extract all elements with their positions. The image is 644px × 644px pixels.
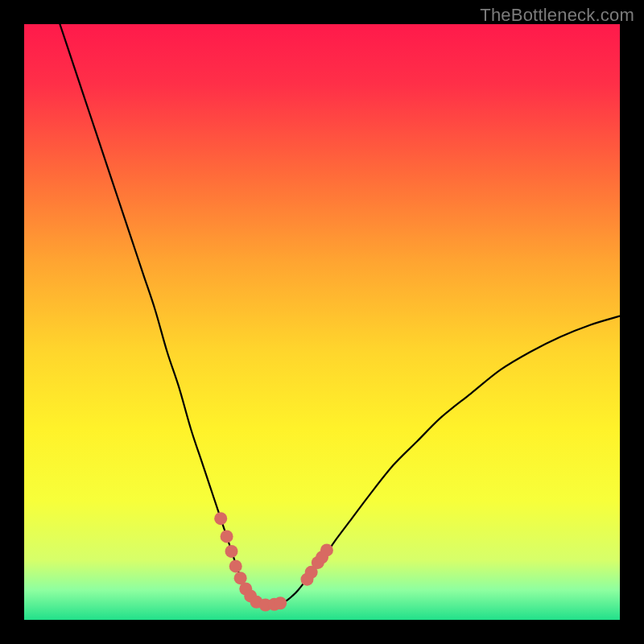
curve-markers [214,512,333,611]
watermark-text: TheBottleneck.com [480,5,634,26]
curve-marker [274,597,287,609]
plot-area [24,24,620,620]
curve-marker [225,545,238,558]
curve-marker [229,559,242,572]
chart-svg [24,24,620,620]
curve-marker [320,543,333,556]
chart-frame: TheBottleneck.com [0,0,644,644]
curve-marker [221,530,233,543]
curve-marker [214,512,227,525]
bottleneck-curve [60,24,620,605]
